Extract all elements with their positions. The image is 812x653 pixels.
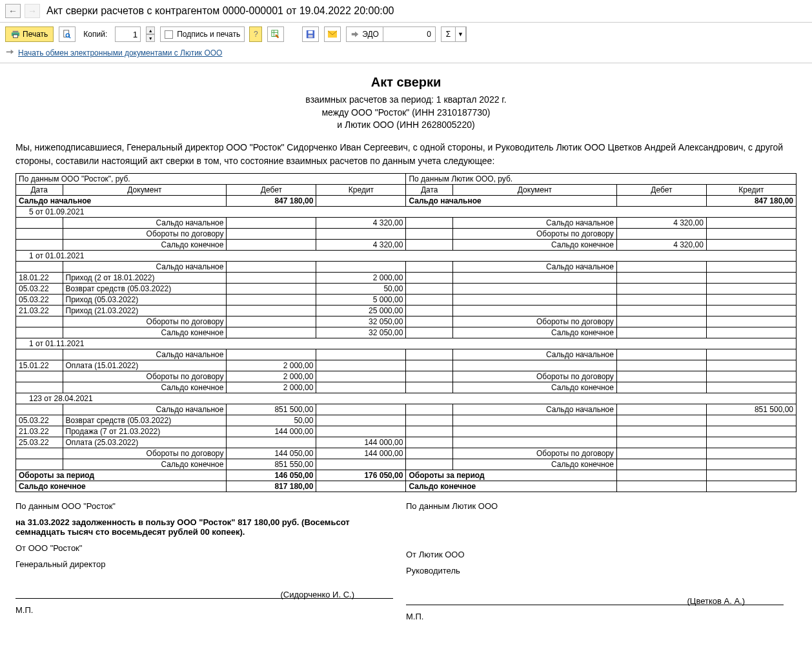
- sig-left: (Сидорченко И. С.): [15, 588, 393, 599]
- preview-button[interactable]: [59, 26, 76, 42]
- edit-button[interactable]: [267, 26, 284, 42]
- svg-rect-2: [14, 35, 18, 37]
- printer-icon: [11, 30, 20, 39]
- back-button[interactable]: ←: [5, 4, 21, 18]
- position-left: Генеральный директор: [15, 559, 393, 569]
- diskette-icon: [306, 30, 315, 39]
- email-button[interactable]: [324, 26, 341, 42]
- svg-line-5: [69, 37, 71, 39]
- sign-print-checkbox[interactable]: [165, 30, 173, 39]
- svg-rect-0: [13, 31, 19, 33]
- start-edo-link[interactable]: Начать обмен электронными документами с …: [18, 48, 222, 57]
- forward-button[interactable]: →: [25, 4, 40, 18]
- magnifier-icon: [63, 30, 72, 39]
- from-right: От Лютик ООО: [406, 550, 784, 559]
- window-title: Акт сверки расчетов с контрагентом 0000-…: [46, 5, 394, 17]
- edo-icon: [350, 30, 360, 39]
- sig-right: (Цветков А. А.): [406, 595, 784, 605]
- doc-subtitle: взаимных расчетов за период: 1 квартал 2…: [15, 94, 797, 132]
- print-button[interactable]: Печать: [5, 26, 54, 42]
- sum-button[interactable]: Σ ▼: [441, 26, 467, 42]
- svg-rect-10: [309, 31, 313, 34]
- edo-group[interactable]: ЭДО 0: [346, 26, 436, 42]
- preamble: Мы, нижеподписавшиеся, Генеральный дирек…: [15, 141, 797, 168]
- copies-input[interactable]: [115, 26, 141, 42]
- doc-title: Акт сверки: [15, 75, 797, 90]
- sum-dropdown[interactable]: ▼: [456, 27, 466, 41]
- position-right: Руководитель: [406, 566, 784, 575]
- svg-rect-11: [309, 35, 313, 37]
- exchange-icon: [5, 48, 14, 57]
- reconciliation-table: По данным ООО "Росток", руб. По данным Л…: [15, 173, 797, 492]
- from-left: От ООО "Росток": [15, 543, 393, 553]
- left-by-data: По данным ООО "Росток": [15, 501, 393, 511]
- table-edit-icon: [271, 30, 280, 39]
- envelope-icon: [328, 30, 337, 38]
- copies-up[interactable]: ▲: [146, 26, 155, 34]
- mp-right: М.П.: [406, 612, 784, 621]
- right-by-data: По данным Лютик ООО: [406, 501, 784, 511]
- copies-label: Копий:: [83, 30, 107, 39]
- sign-print-toggle[interactable]: Подпись и печать: [160, 26, 245, 42]
- mp-left: М.П.: [15, 605, 393, 615]
- debt-text: на 31.03.2022 задолженность в пользу ООО…: [15, 517, 393, 537]
- sign-print-help[interactable]: ?: [249, 26, 262, 42]
- save-button[interactable]: [302, 26, 319, 42]
- copies-down[interactable]: ▼: [146, 34, 155, 42]
- sigma-icon: Σ: [442, 27, 456, 41]
